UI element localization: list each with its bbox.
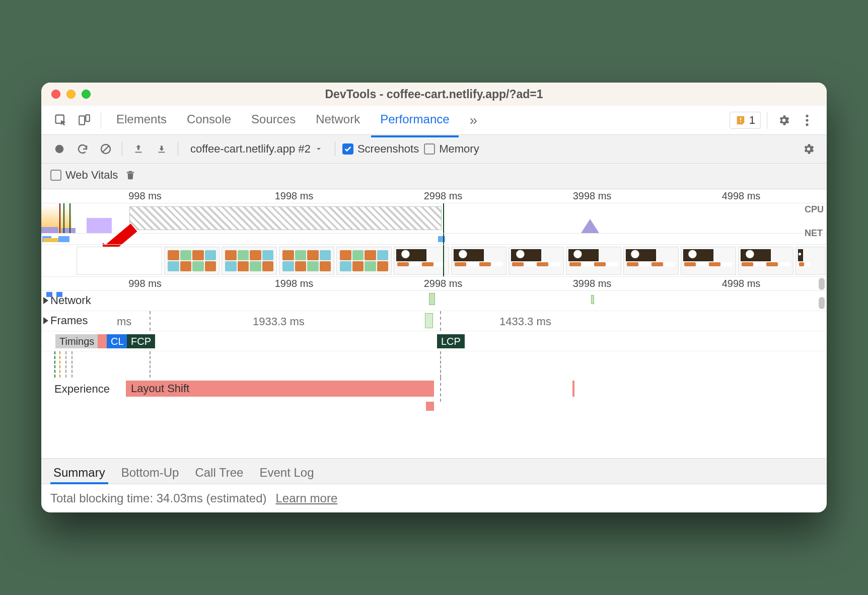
overview-net-label: NET	[805, 228, 824, 239]
inspect-element-icon[interactable]	[50, 110, 71, 131]
summary-tab-bottom-up[interactable]: Bottom-Up	[118, 461, 182, 484]
reload-record-button[interactable]	[74, 140, 92, 158]
track-row-experience[interactable]: Experience Layout Shift	[41, 378, 827, 402]
issues-badge[interactable]: 1	[730, 112, 761, 129]
delete-recording-icon[interactable]	[125, 169, 136, 181]
track-label: Frames	[50, 314, 88, 327]
total-blocking-time-text: Total blocking time: 34.03ms (estimated)	[50, 491, 267, 505]
overview-ruler[interactable]: 998 ms 1998 ms 2998 ms 3998 ms 4998 ms	[41, 189, 827, 203]
ruler-tick: 2998 ms	[424, 190, 463, 202]
capture-settings-icon[interactable]	[800, 140, 818, 158]
filmstrip-thumb[interactable]	[77, 247, 162, 275]
chevron-down-icon	[315, 145, 323, 153]
tab-performance[interactable]: Performance	[371, 109, 458, 131]
checkbox-icon	[342, 143, 353, 155]
track-row-experience2	[41, 402, 827, 413]
upload-profile-button[interactable]	[129, 140, 148, 158]
svg-rect-3	[740, 117, 741, 120]
divider	[101, 112, 101, 129]
layout-shift-sliver[interactable]	[426, 402, 434, 411]
frame-duration: 1933.3 ms	[253, 315, 305, 328]
track-row-network[interactable]: Network	[41, 291, 827, 311]
filmstrip-thumb[interactable]	[164, 247, 220, 275]
devtools-window: DevTools - coffee-cart.netlify.app/?ad=1…	[41, 83, 827, 512]
filmstrip-thumb[interactable]	[451, 247, 507, 275]
memory-checkbox[interactable]: Memory	[424, 142, 479, 156]
device-toolbar-icon[interactable]	[74, 110, 95, 131]
summary-tab-call-tree[interactable]: Call Tree	[192, 461, 246, 484]
filmstrip-thumb[interactable]	[279, 247, 334, 275]
filmstrip-thumb[interactable]	[738, 247, 793, 275]
detail-ruler[interactable]: 998 ms 1998 ms 2998 ms 3998 ms 4998 ms	[41, 277, 827, 291]
filmstrip-thumb[interactable]	[509, 247, 564, 275]
svg-point-7	[806, 123, 808, 126]
filmstrip-thumb[interactable]	[795, 247, 826, 275]
filmstrip-thumb[interactable]	[566, 247, 621, 275]
track-header-frames[interactable]: Frames	[43, 314, 88, 327]
timing-cls-tag[interactable]: CL	[107, 334, 128, 348]
track-row-spacer	[41, 351, 827, 378]
settings-icon[interactable]	[773, 110, 794, 131]
layout-shift-sliver[interactable]	[572, 381, 574, 397]
ruler-tick: 4998 ms	[722, 190, 761, 202]
tab-sources[interactable]: Sources	[242, 109, 305, 131]
download-profile-button[interactable]	[153, 140, 171, 158]
filmstrip-thumb[interactable]	[394, 247, 449, 275]
svg-point-8	[55, 145, 64, 154]
recording-selector[interactable]: coffee-cart.netlify.app #2	[185, 140, 328, 158]
clear-button[interactable]	[97, 140, 115, 158]
close-window-button[interactable]	[51, 90, 60, 99]
filmstrip-thumb[interactable]	[336, 247, 392, 275]
layout-shift-bar[interactable]: Layout Shift	[126, 381, 434, 397]
ruler-tick: 3998 ms	[573, 190, 612, 202]
performance-timeline[interactable]: 998 ms 1998 ms 2998 ms 3998 ms 4998 ms C…	[41, 189, 827, 458]
layout-shift-label: Layout Shift	[131, 382, 189, 395]
tab-network[interactable]: Network	[307, 109, 369, 131]
frame-duration: 1433.3 ms	[499, 315, 551, 328]
disclosure-triangle-icon	[43, 297, 48, 304]
tab-elements[interactable]: Elements	[107, 109, 176, 131]
ruler-tick: 4998 ms	[722, 278, 761, 289]
record-button[interactable]	[50, 140, 68, 158]
timing-lcp-tag[interactable]: LCP	[437, 334, 465, 348]
ruler-tick: 998 ms	[128, 278, 162, 289]
divider	[178, 142, 178, 156]
summary-tab-summary[interactable]: Summary	[50, 461, 108, 484]
svg-rect-2	[86, 115, 90, 121]
more-tabs-button[interactable]: »	[461, 109, 487, 131]
filmstrip-thumb[interactable]	[681, 247, 736, 275]
performance-toolbar: coffee-cart.netlify.app #2 Screenshots M…	[41, 135, 827, 164]
divider	[767, 112, 767, 129]
filmstrip-thumb[interactable]	[623, 247, 679, 275]
divider	[122, 142, 122, 156]
learn-more-link[interactable]: Learn more	[276, 491, 338, 505]
kebab-menu-icon[interactable]	[797, 110, 818, 131]
track-row-frames[interactable]: Frames ms 1933.3 ms 1433.3 ms	[41, 311, 827, 331]
web-vitals-checkbox[interactable]: Web Vitals	[50, 169, 118, 182]
issues-icon	[735, 115, 746, 126]
checkbox-icon	[50, 170, 61, 181]
minimize-window-button[interactable]	[66, 90, 76, 99]
timing-fcp-tag[interactable]: FCP	[127, 334, 155, 348]
overview-cpu-strip[interactable]	[41, 203, 827, 234]
panel-tabstrip: Elements Console Sources Network Perform…	[41, 106, 827, 135]
screenshot-filmstrip[interactable]	[41, 245, 827, 277]
ruler-tick: 1998 ms	[275, 278, 314, 289]
checkbox-icon	[424, 143, 435, 155]
maximize-window-button[interactable]	[82, 90, 91, 99]
screenshots-checkbox[interactable]: Screenshots	[342, 142, 419, 156]
vertical-scrollbar[interactable]	[819, 277, 825, 458]
track-row-timings[interactable]: Timings CL FCP LCP	[41, 331, 827, 351]
summary-tab-event-log[interactable]: Event Log	[256, 461, 317, 484]
screenshots-label: Screenshots	[357, 142, 419, 156]
web-vitals-label: Web Vitals	[65, 169, 118, 182]
divider	[335, 142, 335, 156]
overview-net-strip[interactable]	[41, 234, 827, 245]
svg-rect-4	[740, 121, 741, 122]
svg-rect-1	[79, 116, 85, 124]
svg-point-5	[806, 114, 808, 117]
overview-cpu-label: CPU	[805, 204, 824, 215]
tab-console[interactable]: Console	[178, 109, 240, 131]
flamechart-tracks[interactable]: 998 ms 1998 ms 2998 ms 3998 ms 4998 ms N…	[41, 277, 827, 458]
filmstrip-thumb[interactable]	[222, 247, 277, 275]
